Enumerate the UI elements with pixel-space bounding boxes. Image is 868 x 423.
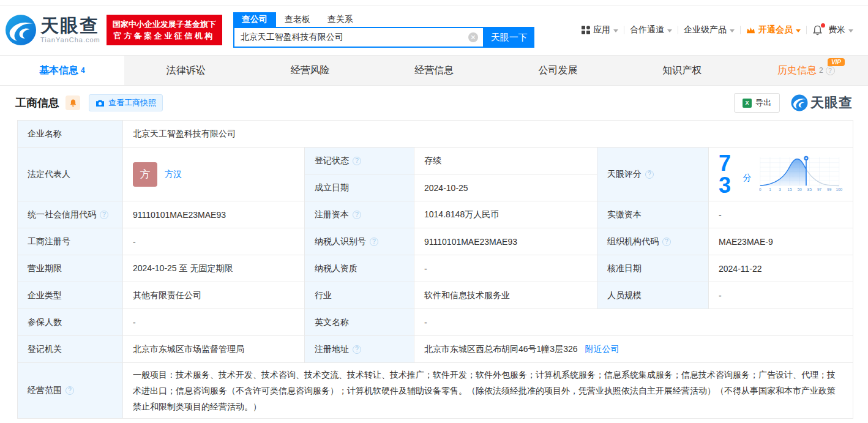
reg-authority-label: 登记机关 — [18, 336, 123, 363]
establish-date-value: 2024-10-25 — [414, 174, 597, 201]
table-row: 工商注册号 - 纳税人识别号 ? 91110101MAE23MAE93 组织机构… — [18, 228, 853, 255]
table-row: 企业类型 其他有限责任公司 行业 软件和信息技术服务业 人员规模 - — [18, 282, 853, 309]
table-row: 登记机关 北京市东城区市场监督管理局 注册地址 ? 北京市东城区西总布胡同46号… — [18, 336, 853, 363]
reg-address-value: 北京市东城区西总布胡同46号1幢3层326 — [424, 344, 578, 354]
search-tab-relation[interactable]: 查关系 — [319, 12, 362, 27]
help-icon[interactable]: ? — [662, 238, 671, 246]
notification-dot — [821, 23, 825, 28]
company-type-label: 企业类型 — [18, 282, 123, 309]
approval-date-label: 核准日期 — [597, 255, 709, 282]
taxpayer-quality-label: 纳税人资质 — [305, 255, 414, 282]
clear-icon[interactable]: ✕ — [468, 32, 478, 42]
menu-user[interactable]: 费米 — [828, 24, 853, 36]
header: 天眼查 TianYanCha.com 国家中小企业发展子基金旗下 官方备案企业征… — [0, 6, 868, 55]
insured-count-value: - — [123, 309, 305, 336]
section-header: 工商信息 查看工商快照 X 导出 天眼查 — [0, 86, 868, 119]
top-divider — [0, 0, 868, 6]
avatar[interactable]: 方 — [133, 162, 157, 187]
search-area: 查公司 查老板 查关系 ✕ 天眼一下 — [233, 12, 534, 48]
tab-operation-info[interactable]: 经营信息 — [372, 56, 496, 85]
tab-history-info[interactable]: VIP 历史信息 2 ? — [744, 56, 868, 85]
industry-label: 行业 — [305, 282, 414, 309]
tab-basic-info[interactable]: 基本信息 4 — [0, 56, 124, 85]
help-icon[interactable]: ? — [65, 386, 74, 395]
reg-number-value: - — [123, 228, 305, 255]
company-type-value: 其他有限责任公司 — [123, 282, 305, 309]
score-label: 天眼评分 ? — [597, 148, 709, 201]
tab-legal[interactable]: 法律诉讼 — [124, 56, 249, 85]
svg-text:15: 15 — [787, 187, 792, 191]
badge-line2: 官方备案企业征信机构 — [113, 30, 216, 42]
search-input[interactable] — [234, 32, 468, 42]
score-value: 73 — [719, 152, 741, 197]
svg-text:99: 99 — [827, 187, 832, 191]
export-button[interactable]: X 导出 — [734, 93, 780, 113]
nearby-companies-link[interactable]: 附近公司 — [585, 344, 619, 354]
svg-text:85: 85 — [807, 187, 812, 191]
help-icon[interactable]: ? — [353, 157, 361, 165]
tab-operation-risk[interactable]: 经营风险 — [248, 56, 372, 85]
menu-enterprise[interactable]: 企业级产品 — [684, 24, 735, 36]
chevron-down-icon — [796, 29, 801, 32]
paid-capital-label: 实缴资本 — [597, 201, 709, 228]
help-icon[interactable]: ? — [370, 238, 378, 246]
help-icon[interactable]: ? — [645, 170, 654, 179]
help-icon[interactable]: ? — [100, 211, 108, 219]
monitor-bell-button[interactable] — [65, 95, 80, 110]
reg-authority-value: 北京市东城区市场监督管理局 — [123, 336, 305, 363]
approval-date-value: 2024-11-22 — [709, 255, 853, 282]
camera-icon — [95, 99, 105, 107]
svg-text:1: 1 — [769, 187, 771, 191]
reg-number-label: 工商注册号 — [18, 228, 123, 255]
apps-grid-icon — [582, 26, 590, 34]
logo-name: 天眼查 — [40, 17, 100, 35]
svg-text:3: 3 — [779, 187, 781, 191]
tab-intellectual-property[interactable]: 知识产权 — [620, 56, 744, 85]
menu-apps[interactable]: 应用 — [582, 24, 618, 36]
notification-bell[interactable] — [812, 25, 823, 36]
bell-icon — [69, 99, 77, 107]
industry-value: 软件和信息技术服务业 — [414, 282, 597, 309]
badge-line1: 国家中小企业发展子基金旗下 — [113, 18, 216, 30]
menu-partner[interactable]: 合作通道 — [630, 24, 672, 36]
tab-company-development[interactable]: 公司发展 — [496, 56, 620, 85]
staff-size-label: 人员规模 — [597, 282, 709, 309]
english-name-label: 英文名称 — [305, 309, 414, 336]
business-term-value: 2024-10-25 至 无固定期限 — [123, 255, 305, 282]
taxpayer-id-value: 91110101MAE23MAE93 — [414, 228, 597, 255]
reg-status-value: 存续 — [414, 148, 597, 174]
score-cell[interactable]: 73 分 — [709, 148, 853, 201]
search-tab-company[interactable]: 查公司 — [233, 12, 276, 27]
help-icon[interactable]: ? — [353, 211, 361, 219]
company-nav: 基本信息 4 法律诉讼 经营风险 经营信息 公司发展 知识产权 VIP 历史信息… — [0, 55, 868, 86]
business-scope-value: 一般项目：技术服务、技术开发、技术咨询、技术交流、技术转让、技术推广；软件开发；… — [123, 363, 853, 419]
business-scope-label: 经营范围 ? — [18, 363, 123, 419]
table-row: 统一社会信用代码 ? 91110101MAE23MAE93 注册资本 ? 101… — [18, 201, 853, 228]
tianyancha-logo[interactable]: 天眼查 TianYanCha.com — [5, 14, 100, 46]
svg-text:50: 50 — [797, 187, 802, 191]
legal-rep-link[interactable]: 方汉 — [165, 169, 182, 180]
help-icon[interactable]: ? — [353, 345, 361, 354]
company-name-label: 企业名称 — [18, 121, 123, 148]
score-axis-labels: 013 155085 9799100 — [759, 187, 843, 191]
menu-vip[interactable]: 开通会员 — [746, 24, 801, 36]
tianyancha-logo-icon — [5, 14, 37, 46]
snapshot-button[interactable]: 查看工商快照 — [89, 94, 163, 111]
watermark-logo: 天眼查 — [791, 94, 853, 112]
business-term-label: 营业期限 — [18, 255, 123, 282]
section-title: 工商信息 — [15, 95, 59, 110]
search-tab-boss[interactable]: 查老板 — [276, 12, 319, 27]
legal-rep-cell: 方 方汉 — [123, 148, 305, 201]
paid-capital-value: - — [709, 201, 853, 228]
reg-address-cell: 北京市东城区西总布胡同46号1幢3层326 附近公司 — [414, 336, 853, 363]
tab-basic-count: 4 — [81, 66, 85, 75]
help-icon[interactable]: ? — [826, 66, 835, 75]
credit-code-label: 统一社会信用代码 ? — [18, 201, 123, 228]
svg-text:100: 100 — [836, 187, 842, 191]
chevron-down-icon — [848, 29, 853, 32]
credit-code-value: 91110101MAE23MAE93 — [123, 201, 305, 228]
search-button[interactable]: 天眼一下 — [484, 27, 534, 48]
crown-icon — [746, 26, 755, 34]
score-distribution-chart: 013 155085 9799100 — [759, 153, 843, 196]
taxpayer-quality-value: - — [414, 255, 597, 282]
